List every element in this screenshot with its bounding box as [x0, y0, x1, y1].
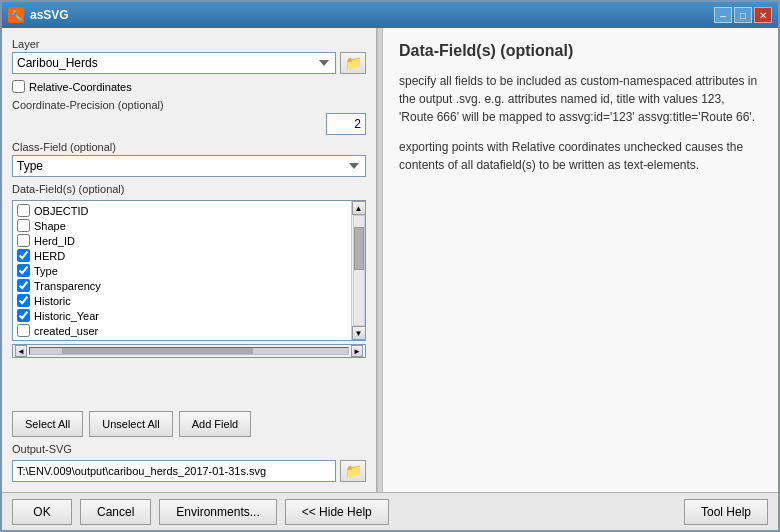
- right-paragraph-2: exporting points with Relative coordinat…: [399, 138, 762, 174]
- field-name: Type: [34, 265, 58, 277]
- field-checkbox[interactable]: [17, 279, 30, 292]
- layer-dropdown[interactable]: Caribou_Herds: [12, 52, 336, 74]
- class-field-dropdown[interactable]: Type: [12, 155, 366, 177]
- field-name: OBJECTID: [34, 205, 88, 217]
- scroll-left-arrow[interactable]: ◄: [15, 345, 27, 357]
- hide-help-button[interactable]: << Hide Help: [285, 499, 389, 525]
- field-name: HERD: [34, 250, 65, 262]
- field-item: OBJECTID: [17, 203, 347, 218]
- field-name: Transparency: [34, 280, 101, 292]
- field-item: Historic: [17, 293, 347, 308]
- output-svg-row: T:\ENV.009\output\caribou_herds_2017-01-…: [12, 460, 366, 482]
- coord-precision-row: 2: [12, 113, 366, 135]
- h-scroll-thumb: [62, 348, 253, 354]
- coord-precision-label: Coordinate-Precision (optional): [12, 99, 366, 111]
- field-name: Shape: [34, 220, 66, 232]
- layer-row: Caribou_Herds 📁: [12, 52, 366, 74]
- field-checkbox[interactable]: [17, 234, 30, 247]
- minimize-button[interactable]: –: [714, 7, 732, 23]
- field-checkbox[interactable]: [17, 264, 30, 277]
- relative-coords-label: Relative-Coordinates: [29, 81, 132, 93]
- title-buttons: – □ ✕: [714, 7, 772, 23]
- layer-browse-button[interactable]: 📁: [340, 52, 366, 74]
- field-name: Historic: [34, 295, 71, 307]
- coord-precision-section: Coordinate-Precision (optional) 2: [12, 99, 366, 135]
- layer-section: Layer Caribou_Herds 📁: [12, 38, 366, 74]
- maximize-button[interactable]: □: [734, 7, 752, 23]
- layer-label: Layer: [12, 38, 366, 50]
- field-item: HERD: [17, 248, 347, 263]
- data-fields-scroll-area[interactable]: OBJECTIDShapeHerd_IDHERDTypeTransparency…: [13, 201, 351, 340]
- field-name: Historic_Year: [34, 310, 99, 322]
- h-scroll-track[interactable]: [29, 347, 349, 355]
- horizontal-scrollbar[interactable]: ◄ ►: [12, 344, 366, 358]
- field-item: created_user: [17, 323, 347, 338]
- scroll-track[interactable]: [353, 215, 365, 326]
- scroll-down-arrow[interactable]: ▼: [352, 326, 366, 340]
- right-heading: Data-Field(s) (optional): [399, 42, 762, 60]
- data-fields-box: OBJECTIDShapeHerd_IDHERDTypeTransparency…: [12, 200, 366, 341]
- output-svg-label: Output-SVG: [12, 443, 366, 455]
- coord-precision-input[interactable]: 2: [326, 113, 366, 135]
- main-window: 🔧 asSVG – □ ✕ Layer Caribou_Herds 📁 Rel: [0, 0, 780, 532]
- class-field-label: Class-Field (optional): [12, 141, 366, 153]
- unselect-all-button[interactable]: Unselect All: [89, 411, 172, 437]
- left-panel: Layer Caribou_Herds 📁 Relative-Coordinat…: [2, 28, 377, 492]
- main-content: Layer Caribou_Herds 📁 Relative-Coordinat…: [2, 28, 778, 492]
- field-item: Herd_ID: [17, 233, 347, 248]
- field-checkbox[interactable]: [17, 294, 30, 307]
- footer-bar: OK Cancel Environments... << Hide Help T…: [2, 492, 778, 530]
- right-paragraph-1: specify all fields to be included as cus…: [399, 72, 762, 126]
- field-checkbox[interactable]: [17, 324, 30, 337]
- field-checkbox[interactable]: [17, 219, 30, 232]
- window-title: asSVG: [30, 8, 69, 22]
- field-checkbox[interactable]: [17, 204, 30, 217]
- field-item: Transparency: [17, 278, 347, 293]
- vertical-scrollbar[interactable]: ▲ ▼: [351, 201, 365, 340]
- scroll-up-arrow[interactable]: ▲: [352, 201, 366, 215]
- field-item: Historic_Year: [17, 308, 347, 323]
- class-field-section: Class-Field (optional) Type: [12, 141, 366, 177]
- output-svg-section: Output-SVG T:\ENV.009\output\caribou_her…: [12, 443, 366, 482]
- app-icon: 🔧: [8, 7, 24, 23]
- close-button[interactable]: ✕: [754, 7, 772, 23]
- tool-help-button[interactable]: Tool Help: [684, 499, 768, 525]
- scroll-thumb: [354, 227, 364, 271]
- right-panel: Data-Field(s) (optional) specify all fie…: [383, 28, 778, 492]
- relative-coords-checkbox[interactable]: [12, 80, 25, 93]
- scroll-right-arrow[interactable]: ►: [351, 345, 363, 357]
- field-checkbox[interactable]: [17, 249, 30, 262]
- data-fields-section: Data-Field(s) (optional) OBJECTIDShapeHe…: [12, 183, 366, 405]
- field-name: Herd_ID: [34, 235, 75, 247]
- output-svg-input[interactable]: T:\ENV.009\output\caribou_herds_2017-01-…: [12, 460, 336, 482]
- field-checkbox[interactable]: [17, 309, 30, 322]
- cancel-button[interactable]: Cancel: [80, 499, 151, 525]
- output-browse-button[interactable]: 📁: [340, 460, 366, 482]
- action-buttons: Select All Unselect All Add Field: [12, 411, 366, 437]
- title-bar-left: 🔧 asSVG: [8, 7, 69, 23]
- ok-button[interactable]: OK: [12, 499, 72, 525]
- class-field-row: Type: [12, 155, 366, 177]
- field-item: Shape: [17, 218, 347, 233]
- data-fields-label: Data-Field(s) (optional): [12, 183, 366, 195]
- field-item: Type: [17, 263, 347, 278]
- select-all-button[interactable]: Select All: [12, 411, 83, 437]
- add-field-button[interactable]: Add Field: [179, 411, 251, 437]
- field-name: created_user: [34, 325, 98, 337]
- relative-coords-row: Relative-Coordinates: [12, 80, 366, 93]
- title-bar: 🔧 asSVG – □ ✕: [2, 2, 778, 28]
- environments-button[interactable]: Environments...: [159, 499, 276, 525]
